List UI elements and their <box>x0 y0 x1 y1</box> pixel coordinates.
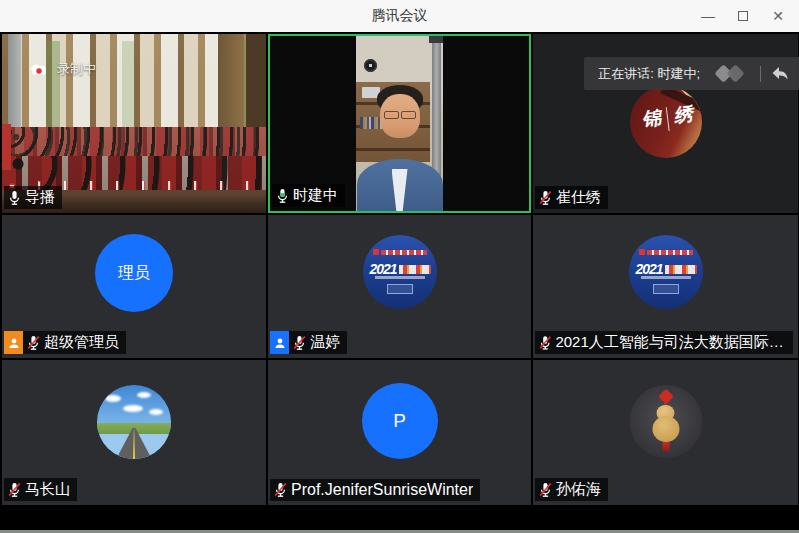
avatar-initials: 理员 <box>118 263 150 284</box>
speaker-portrait-video <box>356 36 443 211</box>
minimize-button[interactable]: — <box>695 3 721 29</box>
video-tile-prof[interactable]: P Prof.JeniferSunriseWinter <box>268 360 531 505</box>
nameplate-cuishixiu: 崔仕绣 <box>535 186 608 209</box>
nameplate-admin: 超级管理员 <box>4 331 126 354</box>
maximize-icon <box>738 11 748 21</box>
video-tile-wenting[interactable]: 2021 <box>268 215 531 358</box>
nameplate-conf2021: 2021人工智能与司法大数据国际研... <box>535 331 793 354</box>
participant-name: 超级管理员 <box>44 333 119 352</box>
cloud-record-icon <box>28 62 50 77</box>
participant-name: Prof.JeniferSunriseWinter <box>291 481 473 499</box>
titlebar[interactable]: 腾讯会议 — ✕ <box>0 0 799 32</box>
avatar-initials: P <box>393 410 406 432</box>
window-title: 腾讯会议 <box>372 7 428 25</box>
mic-muted-icon <box>539 335 551 351</box>
mic-muted-icon <box>539 482 552 498</box>
mic-on-icon <box>8 190 21 206</box>
meeting-window: 腾讯会议 — ✕ <box>0 0 799 533</box>
person-icon <box>8 337 20 349</box>
nameplate-wenting: 温婷 <box>270 331 347 354</box>
active-speaker-text: 正在讲话: 时建中; <box>598 65 700 83</box>
cloud-recording-indicator: 录制中 <box>28 60 96 78</box>
video-tile-conf2021[interactable]: 2021 2021人工智能与司法大数据国际研... <box>533 215 798 358</box>
video-tile-sunyouhai[interactable]: 孙佑海 <box>533 360 798 505</box>
video-tile-admin[interactable]: 理员 <box>2 215 266 358</box>
nameplate-daobo: 导播 <box>4 186 62 209</box>
tencent-meeting-logo-icon <box>709 63 751 85</box>
video-tile-daobo[interactable]: 录制中 导播 <box>2 34 266 213</box>
nameplate-machangshan: 马长山 <box>4 478 77 501</box>
jump-to-speaker-icon[interactable] <box>770 65 789 82</box>
nameplate-sunyouhai: 孙佑海 <box>535 478 608 501</box>
poster-year: 2021 <box>370 261 397 277</box>
toast-divider <box>760 66 761 82</box>
nameplate-shijianzhong: 时建中 <box>272 184 345 207</box>
participant-name: 时建中 <box>293 186 338 205</box>
poster-year: 2021 <box>636 261 663 277</box>
mic-muted-icon <box>274 482 287 498</box>
mic-muted-icon <box>293 335 306 351</box>
avatar-admin: 理员 <box>95 234 173 312</box>
participant-name: 2021人工智能与司法大数据国际研... <box>555 333 786 352</box>
participant-name: 崔仕绣 <box>556 188 601 207</box>
mic-muted-icon <box>8 482 21 498</box>
avatar-cuishixiu: 锦 绣 <box>630 86 702 158</box>
maximize-button[interactable] <box>730 3 756 29</box>
participant-name: 导播 <box>25 188 55 207</box>
active-speaker-toast: 正在讲话: 时建中; <box>584 57 799 90</box>
mic-muted-icon <box>539 190 552 206</box>
avatar-calligraphy-char: 锦 <box>640 105 662 134</box>
avatar-sunyouhai-gourd-photo <box>629 385 702 458</box>
window-controls: — ✕ <box>695 0 791 32</box>
member-badge <box>270 331 289 354</box>
avatar-wenting-conference-poster: 2021 <box>363 235 437 309</box>
video-grid-area: 录制中 导播 <box>0 32 799 533</box>
video-tile-shijianzhong[interactable]: 时建中 <box>268 34 531 213</box>
avatar-machangshan-road-photo <box>97 385 171 459</box>
avatar-conf2021-conference-poster: 2021 <box>629 235 703 309</box>
person-icon <box>274 337 286 349</box>
nameplate-prof: Prof.JeniferSunriseWinter <box>270 479 480 501</box>
participant-name: 孙佑海 <box>556 480 601 499</box>
recording-label: 录制中 <box>57 60 96 78</box>
video-tile-machangshan[interactable]: 马长山 <box>2 360 266 505</box>
host-badge <box>4 331 23 354</box>
mic-speaking-icon <box>276 188 289 204</box>
avatar-calligraphy-char: 绣 <box>672 101 694 130</box>
video-grid: 录制中 导播 <box>0 32 799 505</box>
participant-name: 温婷 <box>310 333 340 352</box>
participant-name: 马长山 <box>25 480 70 499</box>
close-button[interactable]: ✕ <box>765 3 791 29</box>
mic-muted-icon <box>27 335 40 351</box>
avatar-prof: P <box>362 383 438 459</box>
